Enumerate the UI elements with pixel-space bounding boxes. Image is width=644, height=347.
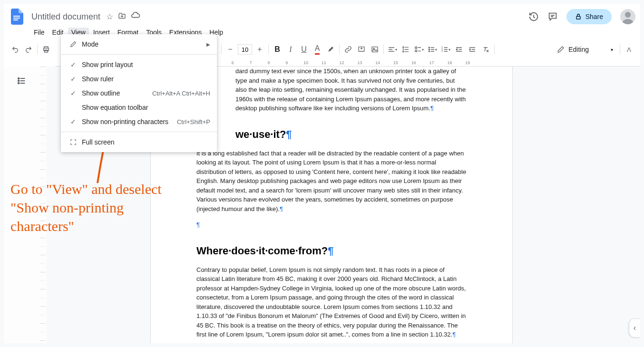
share-label: Share (585, 13, 603, 20)
lock-icon (575, 13, 582, 20)
bold-button[interactable]: B (271, 43, 284, 56)
menu-separator (61, 132, 217, 132)
redo-button[interactable] (22, 43, 35, 56)
menu-item-show-non-printing-characters[interactable]: ✓Show non-printing charactersCtrl+Shift+… (61, 115, 217, 129)
align-button[interactable]: ▾ (386, 43, 399, 56)
document-title[interactable]: Untitled document (29, 11, 102, 23)
decrease-indent-button[interactable] (452, 43, 466, 56)
history-icon[interactable] (528, 11, 539, 22)
menu-item-show-outline[interactable]: ✓Show outlineCtrl+Alt+A Ctrl+Alt+H (61, 86, 217, 100)
svg-rect-9 (372, 47, 378, 52)
check-icon: ✓ (68, 75, 79, 83)
menu-item-label: Show non-printing characters (82, 118, 177, 125)
text-color-button[interactable]: A (311, 43, 324, 56)
svg-point-20 (18, 80, 20, 82)
line-spacing-button[interactable] (399, 43, 412, 56)
menu-item-label: Show print layout (82, 61, 210, 68)
svg-rect-11 (415, 47, 417, 48)
check-icon: ✓ (68, 118, 79, 125)
share-button[interactable]: Share (566, 9, 612, 24)
check-icon: ✓ (68, 61, 79, 68)
vertical-ruler (39, 67, 47, 343)
menu-item-label: Show equation toolbar (82, 104, 210, 111)
view-menu-dropdown: Mode▶✓Show print layout✓Show ruler✓Show … (61, 34, 217, 152)
italic-button[interactable]: I (284, 43, 297, 56)
svg-rect-3 (576, 16, 580, 19)
font-size-decrease[interactable]: − (224, 43, 237, 56)
font-size-input[interactable] (238, 44, 252, 55)
svg-point-14 (429, 49, 429, 50)
editing-mode-button[interactable]: Editing ▾ (552, 44, 618, 55)
checklist-button[interactable]: ▾ (412, 43, 426, 56)
menu-item-label: Show outline (82, 89, 152, 97)
menu-shortcut: Ctrl+Alt+A Ctrl+Alt+H (152, 90, 210, 97)
svg-point-4 (625, 12, 631, 18)
empty-paragraph[interactable]: ¶ (196, 220, 467, 230)
numbered-list-button[interactable]: 123 ▾ (439, 43, 452, 56)
heading[interactable]: Where·does·it·come·from?¶ (196, 243, 467, 259)
font-size-increase[interactable]: + (253, 43, 266, 56)
svg-rect-0 (13, 16, 20, 17)
svg-text:3: 3 (441, 50, 443, 52)
check-icon: ✓ (68, 89, 79, 97)
avatar[interactable] (620, 9, 635, 24)
collapse-toolbar-button[interactable]: ᐱ (622, 43, 635, 56)
svg-point-19 (18, 78, 20, 79)
clear-formatting-button[interactable] (479, 43, 492, 56)
menu-file[interactable]: File (30, 28, 48, 37)
document-outline-button[interactable] (13, 72, 30, 89)
menu-item-show-equation-toolbar[interactable]: Show equation toolbar (61, 100, 217, 115)
docs-app-icon[interactable] (9, 8, 26, 25)
svg-rect-12 (415, 50, 417, 51)
insert-image-button[interactable] (368, 43, 381, 56)
paragraph[interactable]: It is a long established fact that a rea… (196, 149, 467, 214)
side-panel-toggle[interactable]: ‹ (629, 318, 640, 337)
svg-rect-1 (13, 18, 20, 19)
menu-item-label: Full screen (82, 138, 210, 146)
svg-rect-2 (13, 19, 18, 20)
menu-item-show-ruler[interactable]: ✓Show ruler (61, 72, 217, 86)
bullet-list-button[interactable]: ▾ (426, 43, 439, 56)
move-icon[interactable] (118, 12, 126, 22)
insert-comment-button[interactable] (355, 43, 368, 56)
heading[interactable]: we·use·it?¶ (196, 126, 467, 142)
menu-item-label: Mode (82, 40, 206, 48)
menu-item-mode[interactable]: Mode▶ (61, 37, 217, 51)
fullscreen-icon (68, 139, 79, 145)
menu-shortcut: Ctrl+Shift+P (177, 118, 210, 125)
highlight-button[interactable] (324, 43, 337, 56)
undo-button[interactable] (9, 43, 22, 56)
paragraph[interactable]: dard dummy text ever since the 1500s, wh… (196, 67, 467, 113)
print-button[interactable] (39, 43, 53, 56)
menu-item-label: Show ruler (82, 75, 210, 83)
menu-item-full-screen[interactable]: Full screen (61, 135, 217, 149)
svg-point-21 (18, 83, 20, 84)
editing-label: Editing (568, 46, 589, 53)
cloud-status-icon[interactable] (131, 12, 140, 22)
pencil-icon (68, 41, 79, 48)
star-icon[interactable]: ☆ (106, 12, 113, 22)
submenu-arrow-icon: ▶ (206, 42, 210, 47)
svg-point-13 (429, 47, 429, 48)
insert-link-button[interactable] (342, 43, 355, 56)
menu-separator (61, 54, 217, 55)
menu-item-show-print-layout[interactable]: ✓Show print layout (61, 58, 217, 72)
increase-indent-button[interactable] (466, 43, 479, 56)
comment-icon[interactable] (547, 11, 558, 22)
paragraph[interactable]: Contrary to popular belief, Lorem Ipsum … (196, 265, 467, 339)
underline-button[interactable]: U (297, 43, 311, 56)
svg-point-15 (429, 51, 429, 52)
chevron-down-icon: ▾ (611, 47, 613, 52)
